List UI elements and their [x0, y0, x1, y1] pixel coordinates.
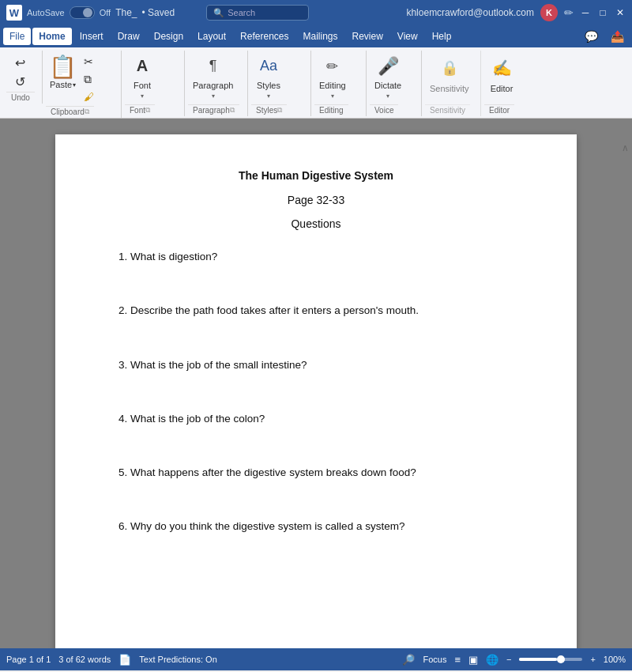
- menu-item-view[interactable]: View: [391, 28, 424, 45]
- title-center: 🔍 Search: [206, 5, 400, 21]
- menu-item-insert[interactable]: Insert: [73, 28, 110, 45]
- document-page: The Human Digestive System Page 32-33 Qu…: [55, 134, 577, 648]
- styles-buttons: Aa Styles ▾: [251, 51, 286, 103]
- ribbon-group-paragraph: ¶ Paragraph ▾ Paragraph ⧉: [185, 51, 248, 116]
- ribbon-groups: ↩ ↺ Undo 📋 Paste ▾: [0, 51, 632, 118]
- user-avatar[interactable]: K: [540, 4, 558, 21]
- toggle-state: Off: [100, 8, 111, 17]
- font-button[interactable]: A Font ▾: [125, 51, 160, 103]
- word-count: 3 of 62 words: [58, 655, 111, 664]
- font-buttons: A Font ▾: [125, 51, 160, 103]
- web-layout-icon[interactable]: 🌐: [486, 654, 498, 666]
- search-box[interactable]: 🔍 Search: [206, 5, 309, 21]
- filename: The_: [115, 7, 137, 18]
- search-icon: 🔍: [213, 8, 224, 18]
- zoom-thumb: [557, 655, 565, 663]
- format-painter-button[interactable]: 🖌: [81, 89, 96, 104]
- autosave-toggle[interactable]: [70, 6, 95, 19]
- toggle-knob: [83, 8, 92, 17]
- paste-area: 📋 Paste ▾ ✂ ⧉ 🖌: [46, 51, 96, 104]
- sensitivity-buttons: 🔒 Sensitivity: [425, 51, 474, 103]
- share-icon[interactable]: 📤: [606, 28, 629, 44]
- ribbon-group-editing: ✏ Editing ▾ Editing: [311, 51, 367, 116]
- copy-button[interactable]: ⧉: [81, 71, 96, 87]
- menu-item-mailings[interactable]: Mailings: [296, 28, 344, 45]
- focus-label[interactable]: Focus: [423, 655, 446, 664]
- maximize-button[interactable]: □: [597, 7, 608, 18]
- comments-icon[interactable]: 💬: [580, 28, 603, 44]
- zoom-slider[interactable]: [519, 658, 582, 661]
- menu-bar: File Home Insert Draw Design Layout Refe…: [0, 25, 632, 47]
- voice-label-row: Voice: [370, 104, 398, 116]
- ribbon-collapse-button[interactable]: ∧: [622, 142, 629, 153]
- menu-item-design[interactable]: Design: [148, 28, 190, 45]
- document-section: Questions: [118, 217, 514, 230]
- menu-item-references[interactable]: References: [234, 28, 295, 45]
- ribbon: ↩ ↺ Undo 📋 Paste ▾: [0, 47, 632, 119]
- sensitivity-label-row: Sensitivity: [425, 104, 470, 116]
- user-email: khloemcrawford@outlook.com: [406, 7, 534, 18]
- paste-button[interactable]: 📋 Paste ▾: [46, 51, 80, 103]
- menu-item-help[interactable]: Help: [426, 28, 458, 45]
- paragraph-label: Paragraph: [193, 81, 233, 91]
- paragraph-button[interactable]: ¶ Paragraph ▾: [188, 51, 238, 103]
- dictate-button[interactable]: 🎤 Dictate ▾: [370, 51, 406, 103]
- question-4: 4. What is the job of the colon?: [118, 411, 514, 427]
- font-expand-icon[interactable]: ⧉: [145, 106, 150, 115]
- voice-buttons: 🎤 Dictate ▾: [370, 51, 406, 103]
- print-layout-icon[interactable]: ▣: [468, 654, 478, 666]
- undo-buttons: ↩ ↺: [6, 51, 33, 90]
- undo-group: ↩ ↺: [6, 51, 33, 90]
- sensitivity-button[interactable]: 🔒 Sensitivity: [425, 51, 474, 103]
- ribbon-group-font: A Font ▾ Font ⧉: [122, 51, 185, 116]
- minimize-button[interactable]: ─: [580, 7, 591, 18]
- voice-group-label: Voice: [374, 106, 393, 115]
- styles-icon: Aa: [260, 54, 277, 79]
- menu-item-home[interactable]: Home: [32, 28, 71, 45]
- pen-icon[interactable]: ✏: [564, 6, 574, 19]
- zoom-minus[interactable]: −: [506, 655, 511, 664]
- paragraph-buttons: ¶ Paragraph ▾: [188, 51, 238, 103]
- page-layout-icon[interactable]: 📄: [118, 654, 131, 666]
- editor-button[interactable]: ✍ Editor: [484, 51, 519, 103]
- focus-icon[interactable]: 🔎: [402, 654, 415, 666]
- menu-item-file[interactable]: File: [3, 28, 31, 45]
- text-predictions[interactable]: Text Predictions: On: [139, 655, 216, 664]
- status-left: Page 1 of 1 3 of 62 words 📄 Text Predict…: [6, 654, 217, 666]
- editing-buttons: ✏ Editing ▾: [314, 51, 351, 103]
- redo-button[interactable]: ↺: [9, 73, 30, 90]
- paragraph-expand-icon[interactable]: ⧉: [230, 106, 235, 115]
- undo-label-row: Undo: [6, 92, 35, 104]
- question-1: 1. What is digestion?: [118, 249, 514, 265]
- editing-group-label: Editing: [319, 106, 344, 115]
- font-group-label: Font: [130, 106, 145, 115]
- dictate-label: Dictate: [374, 81, 401, 91]
- menu-item-draw[interactable]: Draw: [111, 28, 146, 45]
- read-mode-icon[interactable]: ≡: [454, 654, 461, 666]
- styles-label: Styles: [257, 81, 280, 91]
- menu-item-review[interactable]: Review: [346, 28, 389, 45]
- styles-arrow: ▾: [267, 92, 270, 100]
- search-placeholder: Search: [228, 8, 255, 17]
- styles-group-label: Styles: [256, 106, 277, 115]
- editing-button[interactable]: ✏ Editing ▾: [314, 51, 351, 103]
- styles-label-row: Styles ⧉: [251, 104, 287, 116]
- close-button[interactable]: ✕: [615, 7, 626, 18]
- ribbon-group-editor: ✍ Editor Editor: [481, 51, 532, 116]
- zoom-level[interactable]: 100%: [604, 655, 626, 664]
- font-arrow: ▾: [141, 92, 144, 100]
- styles-button[interactable]: Aa Styles ▾: [251, 51, 286, 103]
- menu-item-layout[interactable]: Layout: [191, 28, 232, 45]
- ribbon-group-undo: ↩ ↺ Undo: [3, 51, 43, 104]
- ribbon-group-sensitivity: 🔒 Sensitivity Sensitivity: [422, 51, 481, 116]
- styles-expand-icon[interactable]: ⧉: [277, 106, 282, 115]
- editor-label: Editor: [491, 84, 514, 94]
- clipboard-expand-icon[interactable]: ⧉: [85, 108, 89, 116]
- zoom-plus[interactable]: +: [590, 655, 595, 664]
- editor-label-row: Editor: [484, 104, 514, 116]
- ribbon-group-voice: 🎤 Dictate ▾ Voice: [367, 51, 422, 116]
- title-bar-right: khloemcrawford@outlook.com K ✏ ─ □ ✕: [406, 4, 626, 21]
- cut-button[interactable]: ✂: [81, 54, 96, 70]
- document-subtitle: Page 32-33: [118, 194, 514, 206]
- undo-button[interactable]: ↩: [9, 54, 30, 71]
